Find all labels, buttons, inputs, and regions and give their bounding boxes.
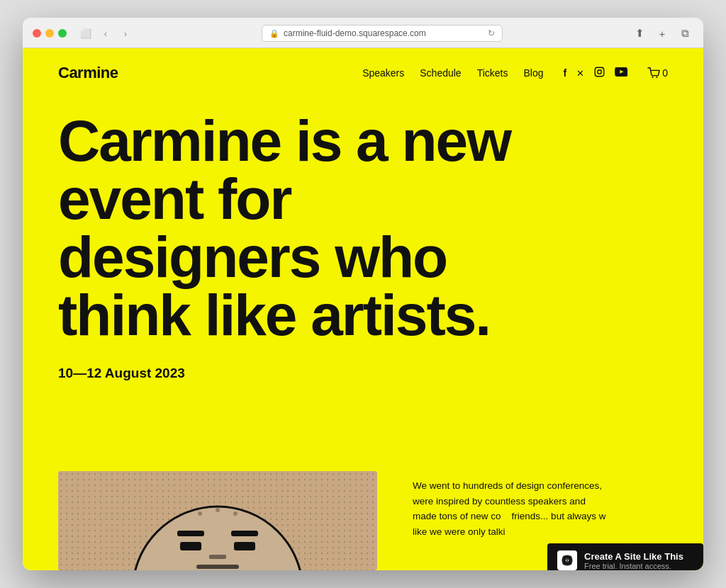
hero-section: Carmine is a new event for designers who… xyxy=(23,98,703,471)
browser-controls: ⬜ ‹ › xyxy=(78,26,133,41)
browser-chrome: ⬜ ‹ › 🔒 carmine-fluid-demo.squarespace.c… xyxy=(23,18,703,48)
svg-rect-14 xyxy=(196,565,239,569)
address-bar[interactable]: 🔒 carmine-fluid-demo.squarespace.com ↻ xyxy=(262,25,503,42)
site-navigation: Carmine Speakers Schedule Tickets Blog f… xyxy=(23,48,703,98)
traffic-lights xyxy=(33,29,67,38)
description-text: We went to hundreds of design conference… xyxy=(413,478,668,539)
share-button[interactable]: ⬆ xyxy=(631,25,648,42)
twitter-icon[interactable]: ✕ xyxy=(576,68,584,79)
url-text: carmine-fluid-demo.squarespace.com xyxy=(284,28,426,38)
svg-point-17 xyxy=(233,511,238,516)
svg-rect-11 xyxy=(177,531,204,536)
back-button[interactable]: ‹ xyxy=(98,26,113,41)
minimize-button[interactable] xyxy=(45,29,54,38)
svg-point-3 xyxy=(652,77,654,78)
forward-button[interactable]: › xyxy=(118,26,133,41)
svg-rect-9 xyxy=(180,542,201,550)
nav-tickets[interactable]: Tickets xyxy=(477,67,508,79)
duplicate-button[interactable]: ⧉ xyxy=(676,25,693,42)
nav-schedule[interactable]: Schedule xyxy=(420,67,461,79)
nav-links: Speakers Schedule Tickets Blog xyxy=(362,67,543,79)
squarespace-banner-text: Create A Site Like This Free trial. Inst… xyxy=(584,551,683,570)
youtube-icon[interactable] xyxy=(615,67,627,79)
face-illustration xyxy=(58,471,377,570)
svg-point-15 xyxy=(198,511,202,516)
ss-main-text: Create A Site Like This xyxy=(584,551,683,562)
maximize-button[interactable] xyxy=(58,29,67,38)
nav-social-icons: f ✕ xyxy=(564,67,628,79)
address-bar-container: 🔒 carmine-fluid-demo.squarespace.com ↻ xyxy=(140,25,624,42)
svg-point-2 xyxy=(602,69,603,69)
instagram-icon[interactable] xyxy=(594,67,605,79)
squarespace-banner[interactable]: Create A Site Like This Free trial. Inst… xyxy=(547,543,703,570)
hero-title: Carmine is a new event for designers who… xyxy=(58,112,554,344)
svg-rect-0 xyxy=(595,67,604,77)
svg-rect-13 xyxy=(209,555,226,559)
svg-point-4 xyxy=(656,77,657,78)
facebook-icon[interactable]: f xyxy=(564,67,567,79)
bottom-section: We went to hundreds of design conference… xyxy=(23,471,703,570)
svg-point-16 xyxy=(216,508,220,512)
cart-count: 0 xyxy=(662,67,668,79)
squarespace-logo xyxy=(557,550,577,570)
close-button[interactable] xyxy=(33,29,41,38)
nav-speakers[interactable]: Speakers xyxy=(362,67,404,79)
website-content: Carmine Speakers Schedule Tickets Blog f… xyxy=(23,48,703,570)
nav-blog[interactable]: Blog xyxy=(524,67,544,79)
svg-rect-10 xyxy=(234,542,255,550)
reload-button[interactable]: ↻ xyxy=(488,28,495,38)
svg-point-1 xyxy=(598,70,602,74)
new-tab-button[interactable]: + xyxy=(654,25,671,42)
hero-image xyxy=(58,471,377,570)
site-logo[interactable]: Carmine xyxy=(58,64,118,82)
browser-action-buttons: ⬆ + ⧉ xyxy=(631,25,693,42)
browser-window: ⬜ ‹ › 🔒 carmine-fluid-demo.squarespace.c… xyxy=(23,18,703,570)
sidebar-toggle-button[interactable]: ⬜ xyxy=(78,26,94,41)
ss-sub-text: Free trial. Instant access. xyxy=(584,562,683,570)
bottom-description: We went to hundreds of design conference… xyxy=(413,471,668,539)
lock-icon: 🔒 xyxy=(269,29,279,38)
svg-rect-12 xyxy=(231,531,258,536)
cart-button[interactable]: 0 xyxy=(647,67,668,79)
nav-right: Speakers Schedule Tickets Blog f ✕ xyxy=(362,67,668,79)
hero-date: 10—12 August 2023 xyxy=(58,366,668,381)
